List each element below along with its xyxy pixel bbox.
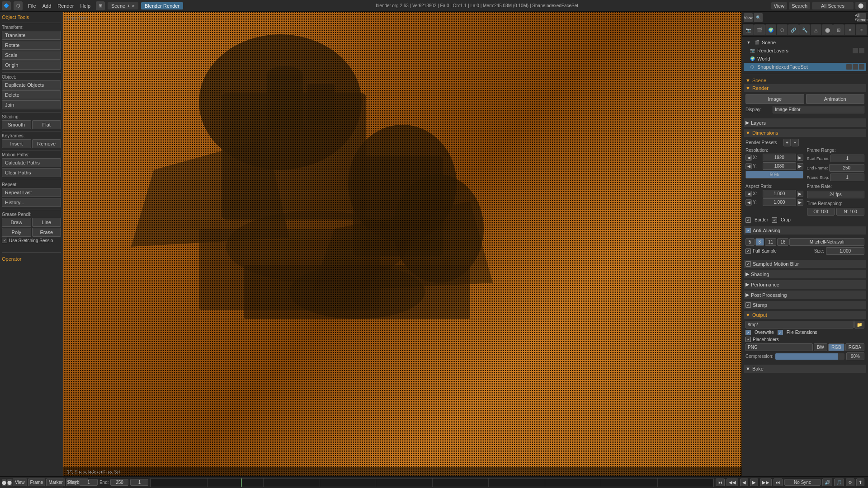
prop-render-icon[interactable]: 📷	[743, 24, 754, 35]
aa-5-btn[interactable]: 5	[745, 238, 755, 246]
render-menu[interactable]: Render	[55, 2, 76, 9]
join-button[interactable]: Join	[2, 100, 61, 109]
duplicate-objects-button[interactable]: Duplicate Objects	[2, 80, 61, 89]
compression-field[interactable]: 90%	[846, 352, 864, 360]
shape-btn3[interactable]	[859, 64, 864, 70]
aa-section-header[interactable]: ✓ Anti-Aliasing	[744, 226, 866, 235]
aa-checkbox[interactable]: ✓	[745, 228, 751, 233]
framerate-field[interactable]: 24 fps	[807, 191, 865, 198]
tl-maximize[interactable]: ⬆	[856, 479, 864, 486]
tl-play-btn[interactable]: ▶	[750, 479, 758, 486]
tl-next-btn[interactable]: ▶▶	[760, 479, 772, 486]
aspect-y-arrow2[interactable]: ▶	[797, 199, 803, 206]
timeline-icon2[interactable]: ⬤	[7, 479, 12, 486]
overwrite-checkbox[interactable]: ✓	[745, 330, 751, 335]
tl-audio2[interactable]: 🎵	[834, 479, 844, 486]
layout-icon[interactable]: ⊞	[96, 1, 105, 10]
res-x-arrow2[interactable]: ▶	[797, 155, 803, 161]
view-btn[interactable]: View	[771, 2, 788, 9]
aspect-y-field[interactable]: 1.000	[763, 198, 796, 206]
rotate-button[interactable]: Rotate	[2, 41, 61, 50]
prop-material-icon[interactable]: ⬤	[822, 24, 833, 35]
prop-constraint-icon[interactable]: 🔗	[788, 24, 799, 35]
sync-field[interactable]: No Sync	[784, 479, 821, 486]
full-sample-checkbox[interactable]: ✓	[745, 249, 751, 254]
translate-button[interactable]: Translate	[2, 31, 61, 40]
frame-field[interactable]: 1	[130, 479, 148, 486]
scene-tree-scene[interactable]: ▼ 🎬 Scene	[744, 38, 866, 47]
render-image-button[interactable]: Image	[745, 94, 804, 104]
rl-btn1[interactable]	[853, 48, 858, 53]
aa-16-btn[interactable]: 16	[777, 238, 788, 246]
frame-step-field[interactable]: 1	[830, 174, 864, 181]
compression-slider[interactable]	[775, 353, 844, 360]
scene-tree-world[interactable]: 🌍 World	[744, 55, 866, 63]
res-x-field[interactable]: 1920	[763, 154, 796, 161]
topbar-expand[interactable]: ⬤	[855, 2, 866, 9]
prop-data-icon[interactable]: △	[811, 24, 821, 35]
bake-section-header[interactable]: ▼ Bake	[744, 365, 866, 373]
grease-line-button[interactable]: Line	[32, 218, 61, 227]
layers-section-header[interactable]: ▶ Layers	[744, 118, 866, 127]
aspect-x-arrow2[interactable]: ▶	[797, 191, 803, 197]
tl-audio1[interactable]: 🔊	[822, 479, 832, 486]
file-menu[interactable]: File	[25, 2, 39, 9]
output-section-header[interactable]: ▼ Output	[744, 311, 866, 319]
rgb-btn[interactable]: RGB	[828, 343, 844, 351]
clear-paths-button[interactable]: Clear Paths	[2, 168, 61, 177]
remove-button[interactable]: Remove	[32, 139, 61, 148]
stamp-checkbox[interactable]: ✓	[745, 302, 751, 308]
display-select[interactable]: Image Editor	[773, 106, 864, 113]
size-field[interactable]: 1.000	[826, 247, 864, 255]
timeline-marker-btn[interactable]: Marker	[46, 479, 65, 486]
history-button[interactable]: History...	[2, 198, 61, 207]
scene-tree-shape[interactable]: ⬡ ShapeIndexedFaceSet	[744, 63, 866, 71]
start-field[interactable]: 1	[80, 479, 98, 486]
prop-texture-icon[interactable]: ⊞	[833, 24, 844, 35]
time-ol-field[interactable]: Ol: 100	[807, 208, 835, 216]
shape-btn1[interactable]	[846, 64, 852, 70]
crop-checkbox[interactable]: ✓	[772, 217, 777, 223]
tl-end-btn[interactable]: ⏭	[774, 479, 783, 486]
file-ext-checkbox[interactable]: ✓	[778, 330, 783, 335]
prop-world-icon[interactable]: 🌍	[765, 24, 776, 35]
tl-settings[interactable]: ⚙	[846, 479, 854, 486]
timeline-view-btn[interactable]: View	[13, 479, 27, 486]
prop-particle-icon[interactable]: ✦	[844, 24, 855, 35]
smb-checkbox[interactable]: ✓	[745, 261, 751, 267]
prop-object-icon[interactable]: ⬡	[777, 24, 788, 35]
grease-draw-button[interactable]: Draw	[2, 218, 31, 227]
res-y-arrow[interactable]: ◀	[745, 163, 752, 169]
bw-btn[interactable]: BW	[814, 343, 827, 351]
start-frame-field[interactable]: 1	[830, 155, 864, 162]
render-animation-button[interactable]: Animation	[806, 94, 865, 104]
flat-button[interactable]: Flat	[32, 120, 61, 129]
presets-remove[interactable]: −	[792, 139, 799, 146]
aa-11-btn[interactable]: 11	[765, 238, 776, 246]
add-menu[interactable]: Add	[40, 2, 54, 9]
res-y-field[interactable]: 1080	[763, 162, 796, 170]
timeline-frame-btn[interactable]: Frame	[28, 479, 46, 486]
origin-button[interactable]: Origin	[2, 61, 61, 70]
rp-all-scenes[interactable]: All Scenes	[857, 13, 866, 22]
prop-physics-icon[interactable]: ≋	[856, 24, 867, 35]
tl-prev-btn[interactable]: ◀◀	[726, 479, 738, 486]
smb-section-header[interactable]: ✓ Sampled Motion Blur	[744, 260, 866, 268]
aa-filter-field[interactable]: Mitchell-Netravali	[789, 238, 864, 246]
tl-begin-btn[interactable]: ⏮	[716, 479, 725, 486]
delete-button[interactable]: Delete	[2, 90, 61, 99]
timeline-bar[interactable]	[150, 478, 714, 487]
res-y-arrow2[interactable]: ▶	[797, 163, 803, 169]
aa-8-btn[interactable]: 8	[755, 238, 764, 246]
time-n-field[interactable]: N: 100	[836, 208, 864, 216]
prop-modifier-icon[interactable]: 🔧	[799, 24, 810, 35]
placeholders-checkbox[interactable]: ✓	[745, 337, 751, 342]
grease-erase-button[interactable]: Erase	[32, 228, 61, 237]
border-checkbox[interactable]: ✓	[745, 217, 751, 223]
output-browse-btn[interactable]: 📁	[854, 321, 864, 328]
repeat-last-button[interactable]: Repeat Last	[2, 188, 61, 197]
search-btn[interactable]: Search	[789, 2, 810, 9]
dimensions-section-header[interactable]: ▼ Dimensions	[744, 129, 866, 137]
res-x-arrow[interactable]: ◀	[745, 155, 752, 161]
blender-logo[interactable]: 🔷	[2, 1, 11, 10]
